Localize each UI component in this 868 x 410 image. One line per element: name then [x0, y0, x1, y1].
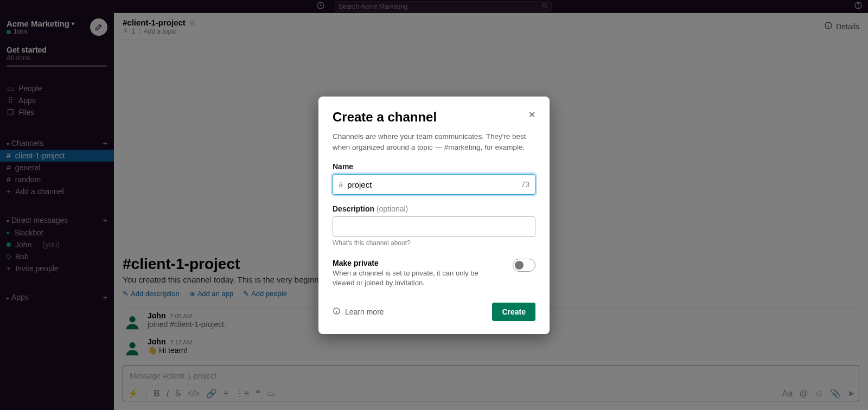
modal-title: Create a channel [333, 110, 437, 125]
channel-name-input[interactable]: # project 73 [333, 174, 535, 195]
learn-more-link[interactable]: Learn more [333, 307, 384, 317]
channel-description-input[interactable] [333, 216, 535, 237]
desc-help-text: What's this channel about? [333, 239, 535, 247]
desc-field-label: Description [333, 204, 374, 213]
close-icon[interactable]: ✕ [528, 110, 535, 120]
toggle-knob [515, 261, 524, 270]
private-toggle[interactable] [513, 259, 535, 272]
char-count: 73 [521, 180, 529, 189]
modal-description: Channels are where your team communicate… [333, 131, 535, 152]
create-channel-modal: Create a channel ✕ Channels are where yo… [318, 97, 550, 334]
channel-name-value: project [347, 180, 521, 189]
hash-icon: # [339, 180, 343, 189]
info-icon [333, 307, 341, 317]
name-field-label: Name [333, 162, 535, 171]
modal-overlay[interactable]: Create a channel ✕ Channels are where yo… [0, 0, 868, 410]
optional-label: (optional) [376, 204, 408, 213]
create-button[interactable]: Create [492, 303, 535, 321]
make-private-label: Make private [333, 259, 502, 267]
make-private-desc: When a channel is set to private, it can… [333, 268, 502, 288]
learn-more-label: Learn more [345, 308, 384, 316]
